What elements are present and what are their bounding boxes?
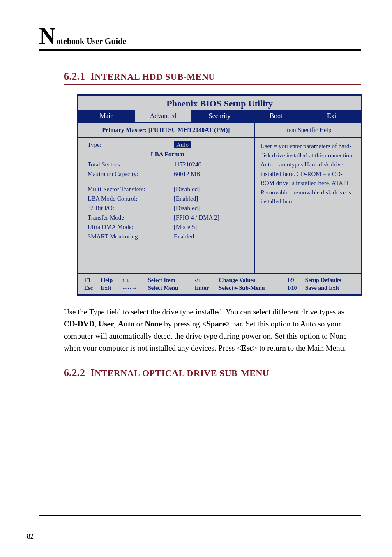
section-heading-hdd: 6.2.1 INTERNAL HDD SUB-MENU bbox=[64, 70, 361, 85]
key-f9: F9 bbox=[286, 277, 304, 284]
p-text-2: by pressing < bbox=[162, 319, 206, 328]
tab-main[interactable]: Main bbox=[78, 110, 135, 122]
row-type: Type: Auto bbox=[88, 141, 248, 148]
footer-row-2: Esc Exit ←--→ Select Menu Enter Select ▸… bbox=[83, 284, 358, 292]
label-change-values: Change Values bbox=[217, 277, 286, 284]
row-lba-mode: LBA Mode Control: [Enabled] bbox=[88, 195, 248, 202]
tab-exit[interactable]: Exit bbox=[304, 110, 361, 122]
row-total-sectors: Total Sectors: 117210240 bbox=[88, 161, 248, 168]
footer-row-1: F1 Help ↑ ↓ Select Item -/+ Change Value… bbox=[83, 277, 358, 284]
label-smart: SMART Monitoring bbox=[88, 233, 174, 240]
page-header: N otebook User Guide bbox=[39, 25, 361, 51]
bios-title: Phoenix BIOS Setup Utility bbox=[78, 96, 361, 110]
value-smart[interactable]: Enabled bbox=[174, 233, 194, 240]
auto-pill: Auto bbox=[174, 141, 191, 148]
section-heading-optical: 6.2.2 INTERNAL OPTICAL DRIVE SUB-MENU bbox=[64, 367, 361, 381]
label-help: Help bbox=[99, 277, 120, 284]
p-bold-none: None bbox=[145, 319, 162, 328]
key-f10: F10 bbox=[286, 284, 304, 292]
tab-boot[interactable]: Boot bbox=[248, 110, 304, 122]
bios-footer: F1 Help ↑ ↓ Select Item -/+ Change Value… bbox=[78, 274, 361, 294]
key-f1: F1 bbox=[83, 277, 99, 284]
p-bold-esc: Esc bbox=[241, 344, 253, 352]
label-max-capacity: Maximum Capacity: bbox=[88, 171, 174, 178]
value-type[interactable]: Auto bbox=[174, 141, 191, 148]
p-bold-user: User bbox=[98, 319, 114, 328]
p-text-4: > to return to the Main Menu. bbox=[253, 344, 346, 352]
label-transfer-mode: Transfer Mode: bbox=[88, 214, 174, 221]
value-32bit-io[interactable]: [Disabled] bbox=[174, 205, 200, 212]
label-type: Type: bbox=[88, 141, 174, 148]
label-32bit-io: 32 Bit I/O: bbox=[88, 205, 174, 212]
section-title-first: I bbox=[90, 70, 95, 82]
bios-left-panel: Primary Master: [FUJITSU MHT2040AT (PM)]… bbox=[78, 123, 254, 273]
label-select-submenu: Select ▸ Sub-Menu bbox=[217, 284, 286, 292]
value-multi-sector[interactable]: [Disabled] bbox=[174, 186, 200, 193]
help-header: Item Specific Help bbox=[261, 127, 356, 137]
value-total-sectors: 117210240 bbox=[174, 161, 201, 168]
arrows-updown-icon: ↑ ↓ bbox=[120, 277, 146, 284]
page-number: 82 bbox=[27, 532, 34, 541]
label-ultra-dma: Ultra DMA Mode: bbox=[88, 224, 174, 231]
bios-panel-header: Primary Master: [FUJITSU MHT2040AT (PM)] bbox=[78, 123, 254, 138]
label-multi-sector: Multi-Sector Transfers: bbox=[88, 186, 174, 193]
label-select-menu: Select Menu bbox=[146, 284, 193, 292]
label-exit: Exit bbox=[99, 284, 120, 292]
row-32bit-io: 32 Bit I/O: [Disabled] bbox=[88, 205, 248, 212]
label-select-item: Select Item bbox=[146, 277, 193, 284]
section-number: 6.2.1 bbox=[64, 70, 85, 82]
section-title-rest: NTERNAL HDD SUB-MENU bbox=[95, 72, 215, 82]
p-text-1: Use the Type field to select the drive t… bbox=[64, 307, 344, 316]
section2-title-first: I bbox=[90, 367, 95, 379]
row-multi-sector: Multi-Sector Transfers: [Disabled] bbox=[88, 186, 248, 193]
value-transfer-mode[interactable]: [FPIO 4 / DMA 2] bbox=[174, 214, 219, 221]
bios-window: Phoenix BIOS Setup Utility Main Advanced… bbox=[77, 94, 362, 296]
label-setup-defaults: Setup Defaults bbox=[304, 277, 358, 284]
section2-number: 6.2.2 bbox=[64, 367, 85, 379]
bios-tabs: Main Advanced Security Boot Exit bbox=[78, 110, 361, 122]
body-paragraph: Use the Type field to select the drive t… bbox=[64, 306, 360, 354]
key-enter: Enter bbox=[193, 284, 217, 292]
bios-help-panel: Item Specific Help User = you enter para… bbox=[254, 123, 361, 273]
label-save-exit: Save and Exit bbox=[304, 284, 358, 292]
value-lba-mode[interactable]: [Enabled] bbox=[174, 195, 198, 202]
bios-left-inner: Type: Auto LBA Format Total Sectors: 117… bbox=[78, 138, 254, 252]
row-max-capacity: Maximum Capacity: 60012 MB bbox=[88, 171, 248, 178]
help-text: User = you enter parameters of hard-disk… bbox=[261, 141, 356, 206]
key-plusminus: -/+ bbox=[193, 277, 217, 284]
row-smart: SMART Monitoring Enabled bbox=[88, 233, 248, 240]
p-bold-auto: Auto bbox=[118, 319, 134, 328]
label-total-sectors: Total Sectors: bbox=[88, 161, 174, 168]
lba-format: LBA Format bbox=[88, 151, 248, 158]
value-max-capacity: 60012 MB bbox=[174, 171, 201, 178]
row-transfer-mode: Transfer Mode: [FPIO 4 / DMA 2] bbox=[88, 214, 248, 221]
p-bold-space: Space bbox=[206, 319, 226, 328]
section2-title-rest: NTERNAL OPTICAL DRIVE SUB-MENU bbox=[95, 368, 269, 378]
p-bold-cddvd: CD-DVD bbox=[64, 319, 95, 328]
tab-advanced[interactable]: Advanced bbox=[135, 110, 191, 122]
header-big-letter: N bbox=[39, 25, 55, 48]
header-rest: otebook User Guide bbox=[56, 37, 126, 46]
value-ultra-dma[interactable]: [Mode 5] bbox=[174, 224, 197, 231]
label-lba-mode: LBA Mode Control: bbox=[88, 195, 174, 202]
key-esc: Esc bbox=[83, 284, 99, 292]
row-ultra-dma: Ultra DMA Mode: [Mode 5] bbox=[88, 224, 248, 231]
bios-body: Primary Master: [FUJITSU MHT2040AT (PM)]… bbox=[78, 122, 361, 274]
tab-security[interactable]: Security bbox=[191, 110, 248, 122]
arrows-leftright-icon: ←--→ bbox=[120, 284, 146, 292]
bottom-rule bbox=[39, 515, 361, 516]
